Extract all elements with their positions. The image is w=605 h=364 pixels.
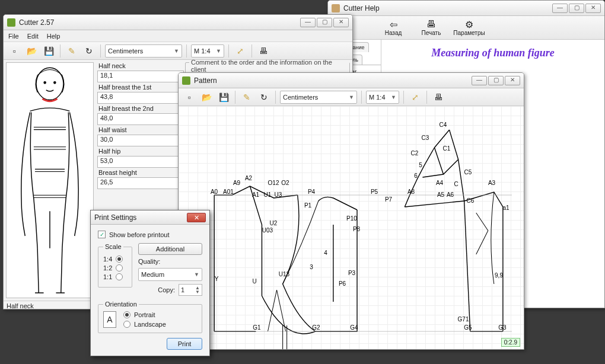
measure-input[interactable]: 30,0 (97, 135, 184, 146)
help-titlebar[interactable]: Cutter Help — ▢ ✕ (328, 1, 604, 16)
pt: P5 (371, 189, 378, 195)
minimize-button[interactable]: — (472, 76, 487, 85)
save-button[interactable]: 💾 (42, 44, 56, 58)
refresh-button[interactable]: ↻ (82, 44, 96, 58)
units-combo[interactable]: Centimeters ▼ (280, 91, 357, 104)
scale-legend: Scale (103, 243, 123, 250)
folder-open-icon: 📂 (27, 46, 37, 56)
pt: A4 (436, 180, 443, 186)
landscape-radio[interactable]: Landscape (123, 321, 166, 328)
minimize-button[interactable]: — (300, 18, 316, 27)
measure-input[interactable]: 43,8 (97, 92, 184, 104)
units-combo[interactable]: Centimeters ▼ (105, 44, 182, 58)
minimize-button[interactable]: — (552, 4, 568, 13)
chevron-down-icon: ▼ (216, 48, 221, 54)
pt: P8 (353, 226, 360, 232)
pt: C4 (440, 122, 447, 128)
pattern-titlebar[interactable]: Pattern — ▢ ✕ (179, 73, 524, 88)
pt: P3 (348, 270, 355, 276)
save-button[interactable]: 💾 (216, 90, 231, 104)
pt: A6 (447, 192, 454, 198)
pt: C (454, 181, 458, 187)
maximize-button[interactable]: ▢ (488, 76, 504, 85)
open-button[interactable]: 📂 (199, 90, 214, 104)
quality-label: Quality: (138, 258, 202, 265)
scale-combo[interactable]: M 1:4 ▼ (366, 91, 399, 104)
app-icon (7, 18, 15, 27)
brush-icon: ✎ (68, 46, 75, 56)
pt: P7 (385, 197, 392, 203)
scale-11-radio[interactable]: 1:1 (103, 273, 127, 280)
pt: P1 (304, 203, 311, 209)
pt: A8 (407, 189, 415, 195)
pattern-title: Pattern (194, 76, 468, 85)
pt: G71 (458, 317, 469, 323)
pattern-drawing (179, 106, 524, 349)
measure-input[interactable]: 48,0 (97, 113, 184, 125)
menu-help[interactable]: Help (47, 33, 60, 40)
brush-button[interactable]: ✎ (65, 44, 79, 58)
print-button[interactable]: 🖶 (256, 44, 270, 58)
measure-input[interactable]: 26,5 (97, 177, 184, 189)
radio-icon (116, 273, 123, 280)
measure-label: Half hip (97, 148, 184, 155)
scale-14-radio[interactable]: 1:4 (103, 256, 127, 263)
pt: A2 (245, 175, 252, 181)
measure-input[interactable]: 18,1 (97, 71, 184, 82)
pt: A1 (252, 192, 259, 198)
save-icon: 💾 (219, 92, 229, 102)
help-heading: Measuring of human figure (386, 47, 600, 59)
new-button[interactable]: ▫ (182, 90, 196, 104)
radio-icon (123, 311, 130, 318)
maximize-button[interactable]: ▢ (569, 4, 584, 13)
pt: Y (215, 276, 219, 282)
units-value: Centimeters (108, 47, 143, 55)
brush-button[interactable]: ✎ (240, 90, 254, 104)
close-button[interactable]: ✕ (333, 18, 349, 27)
close-button[interactable]: ✕ (585, 4, 601, 13)
chevron-down-icon: ▼ (174, 48, 179, 54)
pt: 6 (414, 173, 418, 179)
measure-input[interactable]: 53,0 (97, 156, 184, 168)
fit-icon: ⤢ (412, 92, 419, 102)
pt: A9 (233, 180, 240, 186)
portrait-radio[interactable]: Portrait (123, 311, 166, 318)
app-icon (182, 76, 190, 85)
cutter-titlebar[interactable]: Cutter 2.57 — ▢ ✕ (4, 15, 352, 30)
show-before-checkbox[interactable]: ✓ Show before printout (98, 231, 202, 238)
new-button[interactable]: ▫ (7, 44, 21, 58)
open-button[interactable]: 📂 (24, 44, 39, 58)
help-back-button[interactable]: ⇦ Назад (375, 19, 411, 36)
pattern-canvas[interactable]: A0 A01 A9 A2 A1 O12 O2 U1 U3 U2 U03 U13 … (179, 106, 524, 349)
help-params-button[interactable]: ⚙ Параметры (451, 19, 487, 36)
pt: U (252, 279, 256, 285)
spinner-icon: ▲▼ (195, 286, 200, 294)
pattern-window: Pattern — ▢ ✕ ▫ 📂 💾 ✎ ↻ Centimeters ▼ M … (178, 72, 524, 350)
refresh-button[interactable]: ↻ (257, 90, 271, 104)
refresh-icon: ↻ (85, 46, 93, 56)
fit-button[interactable]: ⤢ (408, 90, 422, 104)
additional-button[interactable]: Additional (138, 243, 202, 255)
print-button[interactable]: 🖶 (431, 90, 445, 104)
help-print-button[interactable]: 🖶 Печать (413, 19, 449, 36)
pt: A0 (211, 189, 218, 195)
pt: G5 (464, 325, 472, 331)
menu-file[interactable]: File (8, 33, 19, 40)
copy-spinbox[interactable]: 1 ▲▼ (179, 284, 202, 296)
scale-combo[interactable]: M 1:4 ▼ (191, 44, 224, 58)
maximize-button[interactable]: ▢ (317, 18, 332, 27)
close-button[interactable]: ✕ (187, 213, 206, 222)
figure-preview (6, 62, 94, 298)
pt: C3 (422, 135, 429, 141)
print-button[interactable]: Print (167, 338, 202, 350)
scale-12-radio[interactable]: 1:2 (103, 264, 127, 272)
svg-point-13 (44, 82, 46, 84)
pt: U1 (264, 192, 272, 198)
menu-edit[interactable]: Edit (27, 33, 39, 40)
fit-button[interactable]: ⤢ (233, 44, 247, 58)
pt: U13 (279, 272, 289, 277)
close-button[interactable]: ✕ (505, 76, 520, 85)
quality-combo[interactable]: Medium ▼ (138, 268, 202, 281)
file-new-icon: ▫ (13, 46, 16, 56)
print-dialog-titlebar[interactable]: Print Settings ✕ (91, 210, 209, 225)
